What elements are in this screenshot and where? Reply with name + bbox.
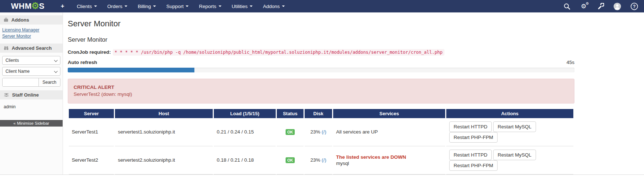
server-name: ServerTest2: [69, 146, 114, 174]
sidebar-addons-title: Addons: [11, 17, 29, 23]
col-header-host: Host: [115, 109, 213, 118]
server-load: 0.21 / 0.24 / 0.15: [214, 118, 276, 146]
services-cell: All services are UP: [333, 118, 445, 146]
disk-path-link[interactable]: (/): [322, 129, 327, 135]
services-status: All services are UP: [336, 129, 378, 135]
critical-alert-box: CRITICAL ALERT ServerTest2 (down: mysql): [68, 79, 574, 104]
col-header-load: Load (1/5/15): [214, 109, 276, 118]
auto-refresh-countdown: 45s: [566, 60, 574, 65]
sidebar-search-input[interactable]: [3, 78, 38, 86]
menu-clients[interactable]: Clients: [72, 4, 102, 9]
sidebar-advanced-search-title: Advanced Search: [12, 45, 52, 51]
restart-httpd-button[interactable]: Restart HTTPD: [449, 150, 492, 160]
status-badge: OK: [286, 129, 295, 135]
restart-mysql-button[interactable]: Restart MySQL: [493, 121, 536, 132]
cronjob-line: CronJob required:* * * * * /usr/bin/php …: [68, 49, 574, 55]
restart-mysql-button[interactable]: Restart MySQL: [493, 150, 536, 160]
col-header-server: Server: [69, 109, 114, 118]
briefcase-icon: [4, 18, 8, 22]
sidebar-link-licensing-manager[interactable]: Licensing Manager: [2, 27, 60, 33]
minimise-sidebar-button[interactable]: « Minimise Sidebar: [0, 120, 63, 127]
menu-support[interactable]: Support: [161, 4, 194, 9]
restart-httpd-button[interactable]: Restart HTTPD: [449, 121, 492, 132]
sidebar-staff-online-title: Staff Online: [12, 92, 39, 98]
logo-text-prefix: WHM: [11, 0, 31, 12]
gears-icon[interactable]: ⚙⚙: [580, 2, 588, 10]
wrench-icon[interactable]: [596, 2, 604, 10]
col-header-disk: Disk: [305, 109, 332, 118]
auto-refresh-label: Auto refresh: [68, 60, 97, 65]
services-cell: The listed services are DOWN mysql: [333, 146, 445, 174]
quick-add-button[interactable]: +: [56, 3, 69, 10]
server-monitor-table: Server Host Load (1/5/15) Status Disk Se…: [68, 109, 574, 174]
menu-utilities[interactable]: Utilities: [227, 4, 258, 9]
services-detail: mysql: [336, 161, 442, 166]
logo-text-suffix: S: [39, 0, 45, 12]
restart-phpfpm-button[interactable]: Restart PHP-FPM: [449, 160, 498, 171]
server-host: servertest2.soluzioniphp.it: [115, 146, 213, 174]
menu-addons[interactable]: Addons: [258, 4, 290, 9]
menu-billing[interactable]: Billing: [133, 4, 161, 9]
sidebar-search-button[interactable]: Search: [38, 78, 60, 86]
cronjob-command: * * * * * /usr/bin/php -q /home/soluzion…: [113, 49, 444, 56]
table-row: ServerTest1 servertest1.soluzioniphp.it …: [69, 118, 573, 146]
page-title: Server Monitor: [68, 19, 574, 29]
auto-refresh-row: Auto refresh 45s: [68, 60, 574, 65]
staff-online-name: admin: [0, 99, 63, 114]
svg-text:?: ?: [633, 4, 635, 9]
cronjob-label: CronJob required:: [68, 49, 111, 55]
navbar-right-icons: ⚙⚙ ?: [563, 2, 638, 10]
critical-alert-title: CRITICAL ALERT: [74, 84, 569, 91]
whmcs-logo[interactable]: WHM⚙S: [11, 0, 45, 12]
progress-fill: [68, 68, 194, 72]
search-category-select-wrap: Clients: [2, 56, 60, 65]
search-category-select[interactable]: Clients: [2, 56, 60, 65]
col-header-status: Status: [277, 109, 304, 118]
critical-alert-message: ServerTest2 (down: mysql): [74, 91, 569, 98]
col-header-services: Services: [333, 109, 445, 118]
help-icon[interactable]: ?: [630, 2, 638, 10]
disk-value: 23%: [310, 129, 320, 135]
actions-cell: Restart HTTPDRestart MySQLRestart PHP-FP…: [446, 146, 573, 174]
sidebar-section-addons: Addons: [0, 15, 63, 25]
sidebar-link-server-monitor[interactable]: Server Monitor: [2, 33, 60, 40]
disk-value: 23%: [310, 157, 320, 163]
actions-cell: Restart HTTPDRestart MySQLRestart PHP-FP…: [446, 118, 573, 146]
search-field-select[interactable]: Client Name: [2, 67, 60, 76]
services-status: The listed services are DOWN: [336, 154, 442, 160]
disk-path-link[interactable]: (/): [322, 157, 327, 163]
sidebar: Addons Licensing Manager Server Monitor …: [0, 12, 63, 174]
main-content: Server Monitor Server Monitor CronJob re…: [63, 12, 644, 174]
auto-refresh-progressbar: [68, 68, 574, 72]
avatar[interactable]: [613, 2, 621, 10]
main-menu: Clients Orders Billing Support Reports U…: [72, 0, 290, 12]
server-name: ServerTest1: [69, 118, 114, 146]
menu-orders[interactable]: Orders: [102, 4, 133, 9]
search-field-select-wrap: Client Name: [2, 67, 60, 76]
server-host: servertest1.soluzioniphp.it: [115, 118, 213, 146]
status-badge: OK: [286, 157, 295, 163]
col-header-actions: Actions: [446, 109, 573, 118]
disk-usage: 23% (/): [305, 146, 332, 174]
restart-phpfpm-button[interactable]: Restart PHP-FPM: [449, 132, 498, 143]
disk-usage: 23% (/): [305, 118, 332, 146]
section-title: Server Monitor: [68, 36, 574, 43]
logo-gear-icon: ⚙: [31, 1, 39, 10]
sidebar-section-staff-online: Staff Online: [0, 90, 63, 99]
sidebar-section-advanced-search: Advanced Search: [0, 44, 63, 53]
server-load: 0.18 / 0.21 / 0.18: [214, 146, 276, 174]
binoculars-icon: [4, 46, 9, 50]
top-navbar: WHM⚙S + Clients Orders Billing Support R…: [0, 0, 644, 12]
users-icon: [4, 93, 9, 97]
menu-reports[interactable]: Reports: [194, 4, 226, 9]
table-row: ServerTest2 servertest2.soluzioniphp.it …: [69, 146, 573, 174]
search-icon[interactable]: [563, 2, 571, 10]
